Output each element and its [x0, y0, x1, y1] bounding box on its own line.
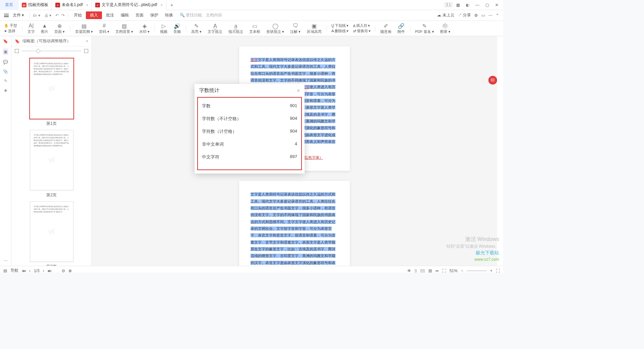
tool-attach[interactable]: 🔗附件 — [395, 22, 408, 35]
layers-icon[interactable]: ◈ — [4, 88, 7, 93]
fit-width-icon[interactable]: ⇔ — [435, 268, 439, 273]
tool-pointer-note[interactable]: a̲指示批注 — [226, 22, 246, 35]
new-tab-button[interactable]: + — [166, 2, 177, 8]
tab-unnamed[interactable]: P 未命名1.pdf × — [52, 0, 92, 10]
signature-icon[interactable]: ✎ — [4, 79, 7, 83]
menu-convert[interactable]: 转换 — [162, 11, 176, 19]
settings-icon[interactable]: ⚙ — [474, 13, 478, 18]
zoom-in-btn[interactable]: + — [490, 268, 492, 273]
right-scrollbar[interactable] — [497, 36, 503, 266]
insert-symbol-tool[interactable]: A 插入符 ▾ — [353, 23, 371, 28]
theme-icon[interactable]: ◐ — [464, 2, 471, 8]
view-icon[interactable]: 👁 — [407, 268, 411, 273]
thumb-item[interactable]: W文字是人类用符号记录表达信息以传之久远的方式和工具。现代文字大多是记录语言的工… — [11, 130, 92, 198]
first-page-icon[interactable]: ⏮ — [22, 268, 26, 273]
background-icon: ▨ — [121, 22, 128, 29]
svg-text:W: W — [23, 3, 26, 7]
replace-symbol-tool[interactable]: ⇄ 替换符 ▾ — [353, 29, 371, 34]
select-tool[interactable]: ➤ 选择 — [4, 29, 17, 34]
window-icon[interactable]: ▭ — [481, 13, 485, 18]
more-icon[interactable]: ⋯ — [488, 13, 492, 18]
tab-current[interactable]: P 文字是人类用符号记...pted).pdf × — [92, 0, 166, 10]
open-icon[interactable]: 🗁 ▾ — [33, 13, 40, 18]
layout-single-icon[interactable]: ▯ — [415, 268, 417, 273]
redo-icon[interactable]: ↷ — [61, 13, 65, 18]
tool-pagenum[interactable]: #页码 ▾ — [96, 22, 112, 35]
outline-icon[interactable]: ▤ — [3, 268, 7, 273]
next-page-icon[interactable]: › — [43, 268, 44, 273]
thumbnails-icon[interactable]: ▣ — [3, 48, 8, 55]
thumb-item[interactable]: W文字是人类用符号记录表达信息以传之久远的方式和工具。现代文字大多是记录语言的工… — [11, 58, 92, 127]
hand-tool[interactable]: ✋ 手型 — [4, 23, 17, 28]
tool-textbox[interactable]: ▭文本框 — [247, 22, 263, 35]
zoom-slider[interactable] — [467, 270, 487, 271]
tool-background[interactable]: ▨文档背景 ▾ — [113, 22, 136, 35]
pdf-page-2: 文字是人类用符号记录表达信息以传之久远的方式和工具。现代文字大多是记录语言的工具… — [239, 181, 350, 266]
page-indicator[interactable]: 1/3 — [34, 268, 40, 273]
tab-template[interactable]: W 找戴壳模板 — [18, 0, 52, 10]
collapse-icon[interactable]: ⌃ — [496, 13, 499, 18]
cloud-status[interactable]: ☁ 未上云 — [437, 12, 454, 18]
underline-tool[interactable]: U̲ 下划线 ▾ — [331, 23, 348, 28]
hamburger-icon[interactable] — [4, 14, 9, 17]
file-menu[interactable]: 文件 ▾ — [10, 11, 26, 19]
tool-page[interactable]: ⊕页面 ▾ — [52, 22, 67, 35]
bookmark-icon[interactable]: 🔖 — [3, 39, 8, 44]
zoom-slider[interactable] — [11, 46, 92, 56]
tool-highlight[interactable]: ✎高亮 ▾ — [189, 22, 204, 35]
zoom-in-icon[interactable]: ⊕ — [68, 268, 72, 273]
close-panel-icon[interactable]: × — [86, 39, 88, 44]
note-icon: 🗨 — [292, 22, 299, 29]
strikethrough-tool[interactable]: A̶ 删除线 ▾ — [331, 29, 348, 34]
prev-page-icon[interactable]: ‹ — [29, 268, 31, 273]
tool-video[interactable]: ▷视频 — [157, 22, 170, 35]
last-page-icon[interactable]: ⏭ — [48, 268, 52, 273]
zoom-value[interactable]: 51% — [449, 268, 458, 273]
tab-home[interactable]: 首页 — [0, 0, 18, 10]
zoom-out-icon[interactable]: ⊖ — [62, 268, 65, 273]
close-icon[interactable]: × — [161, 3, 163, 7]
tool-watermark[interactable]: ◈水印 ▾ — [137, 22, 152, 35]
menu-insert[interactable]: 插入 — [86, 11, 102, 19]
tool-audio[interactable]: 🔊音频 — [171, 22, 183, 35]
menu-protect[interactable]: 保护 — [148, 11, 161, 19]
menu-page[interactable]: 页面 — [133, 11, 146, 19]
bookmark-icon[interactable]: 🔖 — [15, 39, 20, 44]
comments-icon[interactable]: 💬 — [3, 60, 8, 64]
tool-stamp[interactable]: ㊞图章 ▾ — [437, 22, 453, 35]
tool-textnote[interactable]: A̲文字批注 — [205, 22, 225, 35]
expand-icon[interactable] — [84, 49, 88, 53]
menu-begin[interactable]: 开始 — [71, 11, 85, 19]
undo-icon[interactable]: ↶ — [55, 13, 59, 18]
menu-annotate[interactable]: 批注 — [103, 11, 117, 19]
close-window-icon[interactable]: ✕ — [493, 2, 500, 8]
thumb-item[interactable]: W文字是人类用符号记录表达信息以传之久远的方式和工具。现代文字大多是记录语言的工… — [11, 201, 92, 266]
tool-shape[interactable]: ◯形状批注 ▾ — [264, 22, 287, 35]
wps-fab-icon[interactable]: 印 — [488, 76, 497, 85]
tool-note[interactable]: 🗨注解 ▾ — [287, 22, 303, 35]
layout-facing-icon[interactable]: ▥ — [428, 268, 432, 273]
attachments-icon[interactable]: 📎 — [3, 69, 8, 74]
dialog-close-icon[interactable]: × — [297, 88, 300, 93]
search-input[interactable]: 🔍 查找功能、文档内容 — [180, 12, 222, 18]
fit-icon[interactable] — [15, 49, 19, 53]
print-icon[interactable]: 🖨 ▾ — [44, 13, 51, 18]
layout-cont-icon[interactable]: ▯▯ — [420, 268, 425, 273]
tool-text[interactable]: A|文字 — [25, 22, 38, 35]
fullscreen-icon[interactable]: ⛶ — [496, 268, 500, 273]
share-button[interactable]: ↗ 分享 — [458, 12, 471, 18]
nav-label[interactable]: 导航 — [10, 268, 18, 272]
grid-icon[interactable]: ▦ — [454, 2, 462, 8]
tool-sign[interactable]: ✎PDF 签名 ▾ — [413, 22, 437, 35]
tool-area-hl[interactable]: ▣区域高亮 — [304, 22, 324, 35]
tool-image[interactable]: ▲图片 — [38, 22, 51, 35]
tool-freedraw[interactable]: ✐随意画 — [378, 22, 394, 35]
zoom-out-btn[interactable]: − — [461, 268, 463, 273]
maximize-icon[interactable]: ▢ — [483, 2, 491, 8]
tool-headerfooter[interactable]: ▤页眉页脚 ▾ — [72, 22, 96, 35]
menu-edit[interactable]: 编辑 — [118, 11, 131, 19]
minimize-icon[interactable]: — — [473, 2, 481, 8]
close-icon[interactable]: × — [86, 3, 88, 7]
crop-icon[interactable]: ⛶ — [442, 268, 446, 273]
more-icon[interactable]: ⋯ — [4, 258, 8, 263]
